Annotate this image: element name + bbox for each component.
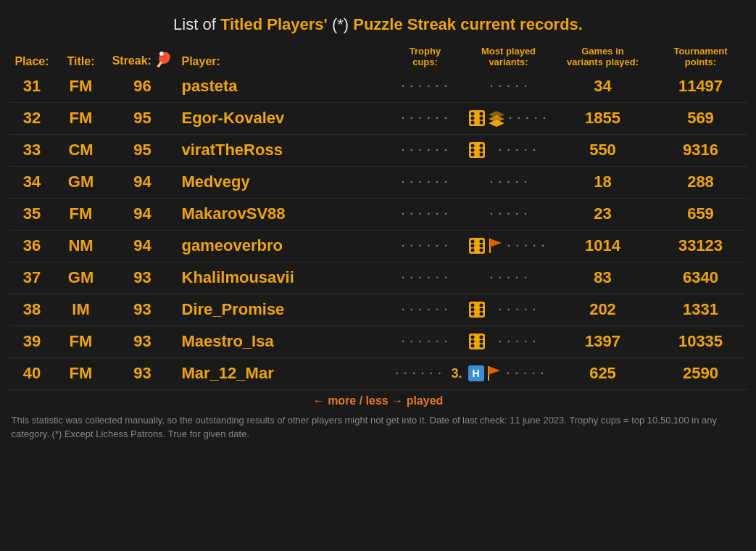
cell-place: 37 [9,267,56,289]
cell-tournament: 569 [654,107,748,129]
footer-nav[interactable]: ← more / less → played [9,394,748,407]
cell-title: NM [56,235,107,257]
cell-trophy: · · · · · ·3. [386,366,465,381]
table-row: 32FM95Egor-Kovalev· · · · · · · · · · ·1… [9,103,748,135]
cell-title: CM [56,139,107,161]
cell-title: FM [56,107,107,129]
cell-place: 38 [9,299,56,320]
cell-tournament: 1331 [654,299,748,320]
cell-trophy: · · · · · · [386,176,465,188]
cell-most-played: · · · · · [465,109,552,127]
svg-point-11 [470,144,474,148]
stack-icon [487,109,506,127]
cell-streak: 95 [107,139,179,161]
cell-player[interactable]: Medvegy [179,171,386,193]
svg-point-2 [479,112,483,116]
svg-point-34 [470,336,474,339]
cell-tournament: 659 [654,203,748,225]
cell-streak: 94 [107,203,179,225]
cell-player[interactable]: Khalilmousavii [179,267,386,289]
cell-player[interactable]: Mar_12_Mar [179,362,386,384]
cell-most-played: · · · · · [465,141,552,159]
cell-trophy: · · · · · · [386,208,465,220]
cell-games-in: 1014 [552,235,654,257]
cell-player[interactable]: viratTheRoss [179,139,386,161]
cell-player[interactable]: Egor-Kovalev [179,107,386,129]
svg-point-37 [479,340,483,344]
cell-most-played: H · · · · · [465,365,552,382]
dice-icon [468,109,486,127]
data-table: 31FM96pasteta· · · · · · · · · · ·341149… [9,71,748,390]
cell-streak: 93 [107,331,179,352]
cell-place: 34 [9,171,56,193]
cell-trophy: · · · · · · [386,144,465,156]
cell-games-in: 1397 [552,331,654,352]
svg-point-23 [479,249,483,252]
icon-container: H [468,365,502,382]
svg-point-1 [470,112,474,116]
col-games-in: Games invariants played: [552,46,654,68]
cell-place: 32 [9,107,56,129]
svg-marker-41 [489,366,500,375]
cell-trophy: · · · · · · [386,304,465,315]
cell-player[interactable]: MakarovSV88 [179,203,386,225]
cell-title: FM [56,362,107,384]
cell-player[interactable]: pasteta [179,75,386,97]
svg-point-38 [470,344,474,348]
cell-streak: 93 [107,362,179,384]
svg-point-39 [479,344,483,348]
table-row: 34GM94Medvegy· · · · · · · · · · ·18288 [9,167,748,199]
dice-icon [468,237,486,254]
cell-streak: 96 [107,75,179,97]
cell-games-in: 550 [552,139,654,161]
col-tournament: Tournamentpoints: [654,46,748,68]
svg-point-27 [470,304,474,307]
icon-container [468,301,486,318]
cell-title: GM [56,267,107,289]
cell-streak: 93 [107,299,179,320]
table-row: 39FM93Maestro_Isa· · · · · · · · · · ·13… [9,326,748,358]
table-row: 31FM96pasteta· · · · · · · · · · ·341149… [9,71,748,103]
cell-player[interactable]: Dire_Promise [179,299,386,320]
svg-point-22 [470,249,474,252]
hotel-icon: H [468,365,484,381]
icon-container [468,141,486,159]
cell-games-in: 34 [552,75,654,97]
cell-games-in: 1855 [552,107,654,129]
col-trophy: Trophycups: [386,46,465,68]
col-place: Place: [9,54,56,68]
cell-tournament: 2590 [654,362,748,384]
svg-point-31 [470,312,474,316]
svg-point-32 [479,312,483,316]
svg-point-19 [479,240,483,244]
cell-most-played: · · · · · [465,272,552,283]
cell-trophy: · · · · · · [386,112,465,124]
svg-point-16 [479,153,483,157]
icon-container [468,237,503,254]
svg-point-18 [470,240,474,244]
cell-streak: 94 [107,171,179,193]
cell-player[interactable]: Maestro_Isa [179,331,386,352]
svg-point-6 [479,121,483,125]
svg-point-20 [470,244,474,248]
table-row: 35FM94MakarovSV88· · · · · · · · · · ·23… [9,199,748,231]
table-row: 38IM93Dire_Promise· · · · · · · · · · ·2… [9,294,748,326]
col-player: Player: [179,54,386,68]
icon-container [468,109,506,127]
cell-games-in: 202 [552,299,654,320]
dice-icon [468,333,486,350]
cell-title: IM [56,299,107,320]
table-row: 36NM94gameoverbro· · · · · · · · · · ·10… [9,231,748,262]
svg-point-35 [479,336,483,339]
svg-point-21 [479,244,483,248]
dice-icon [468,301,486,318]
cell-place: 40 [9,362,56,384]
cell-games-in: 83 [552,267,654,289]
svg-point-14 [479,149,483,152]
col-most-played: Most playedvariants: [465,46,552,68]
col-title: Title: [56,54,107,68]
icon-container [468,333,486,350]
cell-player[interactable]: gameoverbro [179,235,386,257]
svg-point-4 [479,117,483,120]
cell-title: FM [56,75,107,97]
